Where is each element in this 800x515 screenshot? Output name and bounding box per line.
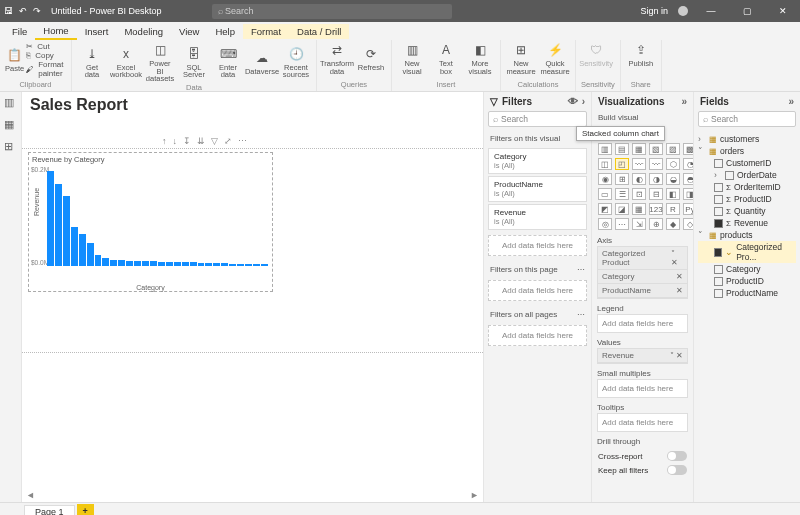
model-view-icon[interactable]: ⊞: [4, 140, 18, 154]
bar[interactable]: [174, 262, 181, 266]
field-row[interactable]: Category: [698, 263, 796, 275]
menu-insert[interactable]: Insert: [77, 24, 117, 39]
viz-type-icon[interactable]: ◪: [615, 203, 629, 215]
bar[interactable]: [47, 171, 54, 266]
ribbon-btn[interactable]: ▥New visual: [397, 42, 427, 75]
viz-type-icon[interactable]: ▤: [615, 143, 629, 155]
viz-type-icon[interactable]: R: [666, 203, 680, 215]
bar[interactable]: [229, 264, 236, 266]
viz-type-icon[interactable]: ◔: [683, 158, 693, 170]
ribbon-btn[interactable]: ⊞New measure: [506, 42, 536, 75]
drillup-icon[interactable]: ↑: [162, 136, 167, 146]
field-row[interactable]: ΣOrderItemID: [698, 181, 796, 193]
viz-type-icon[interactable]: ⊕: [649, 218, 663, 230]
ribbon-btn[interactable]: ◧More visuals: [465, 42, 495, 75]
bar[interactable]: [245, 264, 252, 266]
bar[interactable]: [55, 184, 62, 266]
viz-type-icon[interactable]: ◧: [666, 188, 680, 200]
bar[interactable]: [63, 196, 70, 266]
viz-type-icon[interactable]: ▭: [598, 188, 612, 200]
publish-button[interactable]: ⇪Publish: [626, 42, 656, 68]
ribbon-btn[interactable]: ⌨Enter data: [213, 42, 243, 83]
ribbon-btn[interactable]: ☁Dataverse: [247, 42, 277, 83]
table-row[interactable]: ˅▦orders: [698, 145, 796, 157]
filter-card[interactable]: ProductNameis (All): [488, 176, 587, 202]
scroll-left-icon[interactable]: ◄: [26, 490, 35, 500]
redo-icon[interactable]: ↷: [33, 6, 41, 16]
tooltips-well[interactable]: Add data fields here: [597, 413, 688, 432]
close-button[interactable]: ✕: [770, 6, 796, 16]
viz-type-icon[interactable]: 123: [649, 203, 663, 215]
ribbon-btn[interactable]: ⚡Quick measure: [540, 42, 570, 75]
expand-all-icon[interactable]: ⇊: [197, 136, 205, 146]
viz-type-icon[interactable]: ◩: [598, 203, 612, 215]
viz-type-icon[interactable]: ⋯: [615, 218, 629, 230]
chart-visual[interactable]: Revenue by Category $0.2M$0.0M Revenue C…: [28, 152, 273, 292]
ribbon-btn[interactable]: AText box: [431, 42, 461, 75]
viz-type-icon[interactable]: ◆: [666, 218, 680, 230]
bar[interactable]: [182, 262, 189, 266]
bar[interactable]: [213, 263, 220, 266]
copy-button[interactable]: ⎘Copy: [26, 51, 66, 60]
ribbon-btn[interactable]: 🕘Recent sources: [281, 42, 311, 83]
table-row[interactable]: ›▦customers: [698, 133, 796, 145]
field-row[interactable]: ΣRevenue: [698, 217, 796, 229]
more-icon[interactable]: ⋯: [577, 310, 585, 319]
cross-report-toggle[interactable]: [667, 451, 687, 461]
bar[interactable]: [134, 261, 141, 266]
viz-type-icon[interactable]: ▩: [683, 143, 693, 155]
ribbon-btn[interactable]: ◫Power BI datasets: [145, 42, 175, 83]
viz-type-icon[interactable]: ⊟: [649, 188, 663, 200]
viz-type-icon[interactable]: ◓: [683, 173, 693, 185]
values-well[interactable]: Revenue˅ ✕: [597, 348, 688, 364]
viz-type-icon[interactable]: ▧: [649, 143, 663, 155]
filters-search[interactable]: ⌕Search: [488, 111, 587, 127]
bar[interactable]: [166, 262, 173, 266]
field-row[interactable]: ΣQuantity: [698, 205, 796, 217]
bar[interactable]: [79, 234, 86, 266]
viz-type-icon[interactable]: ☰: [615, 188, 629, 200]
collapse-icon[interactable]: »: [788, 96, 794, 107]
undo-icon[interactable]: ↶: [19, 6, 27, 16]
small-mult-well[interactable]: Add data fields here: [597, 379, 688, 398]
bar[interactable]: [221, 263, 228, 266]
filter-card[interactable]: Categoryis (All): [488, 148, 587, 174]
ribbon-btn[interactable]: ⇄Transform data: [322, 42, 352, 75]
account-icon[interactable]: [678, 6, 688, 16]
bar[interactable]: [102, 258, 109, 266]
add-all-filter[interactable]: Add data fields here: [488, 325, 587, 346]
drilldown-icon[interactable]: ↓: [173, 136, 178, 146]
bar[interactable]: [205, 263, 212, 266]
bar[interactable]: [237, 264, 244, 266]
more-icon[interactable]: ⋯: [577, 265, 585, 274]
field-row[interactable]: ⌄Categorized Pro...: [698, 241, 796, 263]
page-tab[interactable]: Page 1: [24, 505, 75, 516]
axis-well[interactable]: Categorized Product˅ ✕ Category✕ Product…: [597, 246, 688, 299]
legend-well[interactable]: Add data fields here: [597, 314, 688, 333]
data-view-icon[interactable]: ▦: [4, 118, 18, 132]
more-icon[interactable]: ⋯: [238, 136, 247, 146]
viz-type-icon[interactable]: ◨: [683, 188, 693, 200]
viz-type-icon[interactable]: ⬡: [666, 158, 680, 170]
menu-help[interactable]: Help: [207, 24, 243, 39]
viz-type-icon[interactable]: ▦: [632, 203, 646, 215]
viz-type-icon[interactable]: ▨: [666, 143, 680, 155]
viz-type-icon[interactable]: 〰: [632, 158, 646, 170]
titlebar-search[interactable]: ⌕ Search: [212, 4, 452, 19]
scroll-right-icon[interactable]: ►: [470, 490, 479, 500]
bar[interactable]: [87, 243, 94, 266]
field-row[interactable]: ›OrderDate: [698, 169, 796, 181]
table-row[interactable]: ˅▦products: [698, 229, 796, 241]
viz-type-icon[interactable]: ◑: [649, 173, 663, 185]
ribbon-btn[interactable]: ⤓Get data: [77, 42, 107, 83]
show-icon[interactable]: 👁: [568, 96, 578, 107]
viz-type-icon[interactable]: ◫: [598, 158, 612, 170]
viz-type-icon[interactable]: ◇: [683, 218, 693, 230]
viz-type-icon[interactable]: ◉: [598, 173, 612, 185]
collapse-icon[interactable]: ›: [582, 96, 585, 107]
menu-format[interactable]: Format: [243, 24, 289, 39]
viz-type-icon[interactable]: ◎: [598, 218, 612, 230]
report-canvas[interactable]: Sales Report ↑ ↓ ↧ ⇊ ▽ ⤢ ⋯ Revenue by Ca…: [22, 92, 483, 502]
viz-type-icon[interactable]: ⊡: [632, 188, 646, 200]
format-painter-button[interactable]: 🖌Format painter: [26, 60, 66, 78]
